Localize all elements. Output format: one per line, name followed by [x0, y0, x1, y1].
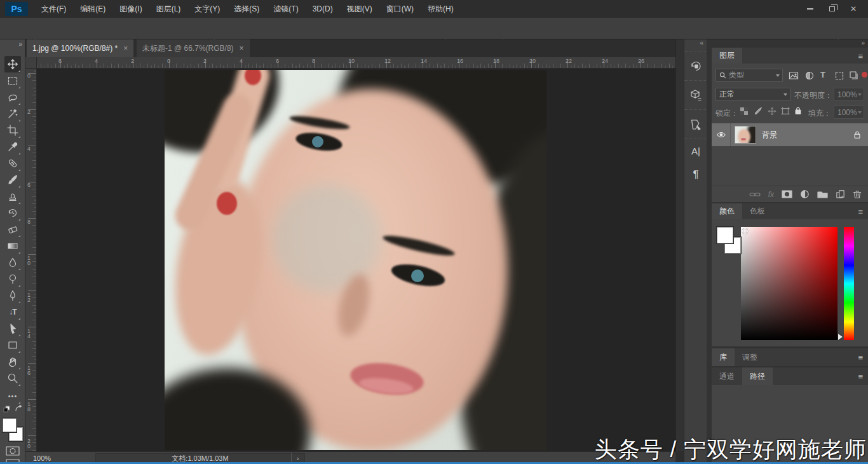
rectangle-tool[interactable]: [4, 337, 21, 353]
layer-filter-dropdown[interactable]: 类型: [715, 69, 783, 82]
close-tab-icon[interactable]: ×: [123, 44, 128, 53]
menu-image[interactable]: 图像(I): [112, 0, 149, 18]
canvas-pasteboard[interactable]: [37, 69, 675, 451]
filter-toggle-icon[interactable]: [862, 72, 867, 78]
library-tabrow: 库 调整 ≡: [712, 348, 868, 366]
filter-pixel-layers-icon[interactable]: [789, 71, 799, 81]
right-iris: [411, 270, 424, 282]
history-brush-tool[interactable]: [4, 205, 21, 221]
document-tab-1[interactable]: 1.jpg @ 100%(RGB/8#) * ×: [27, 39, 133, 57]
link-layers-icon[interactable]: [749, 191, 761, 198]
close-button[interactable]: ✕: [843, 0, 864, 18]
menu-window[interactable]: 窗口(W): [379, 0, 421, 18]
filter-adjustment-layers-icon[interactable]: [804, 71, 815, 81]
menu-layer[interactable]: 图层(L): [149, 0, 188, 18]
minimize-button[interactable]: [799, 0, 821, 18]
3d-panel-button[interactable]: [684, 80, 707, 109]
menu-3d[interactable]: 3D(D): [306, 0, 340, 18]
crop-tool[interactable]: [4, 122, 21, 139]
lock-transparent-icon[interactable]: [740, 107, 749, 116]
pen-tool[interactable]: [4, 287, 21, 304]
collapse-dock-icon[interactable]: «: [684, 39, 707, 48]
zoom-level-field[interactable]: 100%: [25, 454, 51, 462]
more-tools-button[interactable]: •••: [4, 388, 21, 404]
quick-mask-button[interactable]: [6, 446, 20, 456]
lasso-tool[interactable]: [4, 89, 21, 106]
rectangular-marquee-tool[interactable]: [4, 72, 21, 89]
hand-tool[interactable]: [4, 353, 21, 370]
history-panel-button[interactable]: [684, 51, 707, 80]
opacity-field[interactable]: 100%: [834, 88, 864, 101]
new-group-icon[interactable]: [817, 190, 828, 198]
panel-menu-icon[interactable]: ≡: [858, 207, 863, 216]
menu-help[interactable]: 帮助(H): [421, 0, 461, 18]
adjustment-layer-icon[interactable]: [800, 189, 810, 199]
layer-row-background[interactable]: 背景: [712, 123, 868, 146]
blur-tool[interactable]: [4, 254, 21, 271]
lock-pixels-icon[interactable]: [754, 107, 763, 116]
watermark-text: 头条号 / 宁双学好网施老师: [595, 435, 867, 464]
opacity-label: 不透明度：: [794, 90, 832, 101]
filter-smart-objects-icon[interactable]: [849, 71, 859, 81]
tab-color[interactable]: 颜色: [712, 203, 742, 219]
gradient-tool[interactable]: [4, 238, 21, 254]
tab-adjustments[interactable]: 调整: [735, 348, 765, 366]
quick-selection-tool[interactable]: [4, 106, 21, 122]
panel-menu-icon[interactable]: ≡: [858, 353, 863, 362]
lock-all-icon[interactable]: [794, 106, 803, 115]
canvas-image[interactable]: [165, 70, 546, 450]
tab-layers[interactable]: 图层: [712, 48, 742, 64]
menu-file[interactable]: 文件(F): [34, 0, 73, 18]
lock-artboard-icon[interactable]: [781, 107, 790, 116]
swap-colors-icon[interactable]: [14, 404, 23, 413]
tab-channels[interactable]: 通道: [712, 367, 742, 385]
menu-view[interactable]: 视图(V): [340, 0, 379, 18]
menu-edit[interactable]: 编辑(E): [73, 0, 112, 18]
toolbar-expand-icon[interactable]: »: [18, 41, 22, 48]
layer-style-icon[interactable]: fx: [768, 190, 774, 199]
panel-menu-icon[interactable]: ≡: [858, 372, 863, 381]
zoom-tool[interactable]: [4, 370, 21, 386]
eraser-tool[interactable]: [4, 221, 21, 238]
document-tab-2[interactable]: 未标题-1 @ 66.7%(RGB/8) ×: [137, 39, 250, 57]
menu-type[interactable]: 文字(Y): [187, 0, 227, 18]
menu-select[interactable]: 选择(S): [227, 0, 266, 18]
color-saturation-field[interactable]: [741, 227, 837, 340]
tool-bar: » ↓T •••: [0, 39, 25, 464]
expand-dock-icon[interactable]: »: [707, 39, 868, 48]
foreground-color-swatch[interactable]: [3, 418, 17, 432]
restore-button[interactable]: [821, 0, 843, 18]
tab-swatches[interactable]: 色板: [742, 203, 773, 219]
layer-thumbnail[interactable]: [735, 126, 756, 144]
close-tab-icon[interactable]: ×: [240, 44, 244, 53]
filter-shape-layers-icon[interactable]: [834, 71, 844, 81]
filter-type-layers-icon[interactable]: T: [820, 70, 825, 79]
color-foreground-swatch[interactable]: [717, 227, 733, 243]
move-tool[interactable]: [4, 56, 21, 72]
tab-libraries[interactable]: 库: [712, 348, 735, 366]
character-panel-button[interactable]: A|: [684, 139, 707, 163]
lock-position-icon[interactable]: [768, 107, 776, 116]
properties-panel-button[interactable]: [684, 109, 707, 139]
fill-field[interactable]: 100%: [834, 106, 864, 119]
brush-tool[interactable]: [4, 172, 21, 188]
paragraph-panel-button[interactable]: ¶: [684, 163, 707, 187]
hue-slider-arrow[interactable]: [838, 334, 843, 340]
add-layer-mask-icon[interactable]: [782, 190, 792, 198]
tab-paths[interactable]: 路径: [742, 367, 773, 385]
clone-stamp-tool[interactable]: [4, 188, 21, 205]
type-tool[interactable]: ↓T: [4, 304, 21, 320]
panel-menu-icon[interactable]: ≡: [858, 51, 863, 60]
delete-layer-icon[interactable]: [853, 189, 862, 199]
path-selection-tool[interactable]: [4, 320, 21, 337]
spot-healing-brush-tool[interactable]: [4, 155, 21, 172]
dodge-tool[interactable]: [4, 271, 21, 287]
menu-filter[interactable]: 滤镜(T): [266, 0, 305, 18]
blend-mode-dropdown[interactable]: 正常: [715, 88, 790, 101]
new-layer-icon[interactable]: [836, 189, 845, 199]
default-colors-icon[interactable]: [3, 406, 13, 414]
layer-visibility-toggle[interactable]: [712, 123, 731, 146]
hue-slider[interactable]: [844, 227, 854, 340]
canvas-scrollbar[interactable]: [675, 39, 684, 451]
eyedropper-tool[interactable]: [4, 139, 21, 155]
